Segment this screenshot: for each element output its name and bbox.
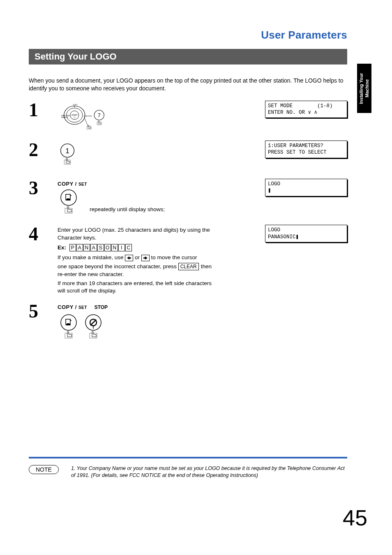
note-label: NOTE bbox=[29, 465, 59, 474]
svg-line-10 bbox=[84, 117, 89, 127]
svg-marker-22 bbox=[145, 256, 148, 260]
lcd-line: LOGO bbox=[268, 181, 280, 187]
example-row: Ex: PANASONIC bbox=[58, 244, 212, 251]
lcd-line: SET MODE (1-8) bbox=[268, 103, 333, 109]
character-key: N bbox=[111, 244, 118, 251]
step-5: 5 COPY / SET STOP bbox=[29, 302, 347, 342]
svg-marker-20 bbox=[127, 256, 129, 260]
step-number: 4 bbox=[29, 225, 58, 295]
lcd-display-3: LOGO ❚ bbox=[265, 179, 347, 217]
step-3-body: COPY / SET repeatedly until display show… bbox=[58, 179, 212, 217]
copy-set-label: COPY / SET bbox=[58, 304, 87, 310]
keypad-7-label: 7 bbox=[98, 112, 101, 118]
svg-text:O.H.D.: O.H.D. bbox=[73, 104, 78, 106]
stop-label: STOP bbox=[95, 304, 108, 310]
lcd-line: PRESS SET TO SELECT bbox=[268, 150, 327, 155]
left-arrow-key-icon bbox=[125, 255, 133, 261]
svg-text:◇: ◇ bbox=[74, 116, 75, 118]
svg-text:1: 1 bbox=[65, 147, 69, 155]
lcd-display-4: LOGO PANASONIC❚ bbox=[265, 225, 347, 295]
intro-text: When you send a document, your LOGO appe… bbox=[29, 77, 347, 92]
lcd-line: 1:USER PARAMETERS? bbox=[268, 143, 323, 149]
section-heading: Setting Your LOGO bbox=[29, 49, 347, 64]
step-2-body: 1 bbox=[58, 140, 212, 171]
character-key: N bbox=[83, 244, 90, 251]
character-key: P bbox=[69, 244, 76, 251]
step-4-text4: If more than 19 characters are entered, … bbox=[58, 280, 212, 295]
copy-set-button-icon bbox=[58, 188, 80, 217]
lcd-line: LOGO bbox=[268, 227, 280, 233]
lcd-display-2: 1:USER PARAMETERS? PRESS SET TO SELECT bbox=[265, 140, 347, 171]
character-key: C bbox=[125, 244, 132, 251]
character-key: A bbox=[90, 244, 97, 251]
character-key: O bbox=[104, 244, 111, 251]
keypad-1-icon: 1 bbox=[58, 142, 77, 169]
svg-point-8 bbox=[74, 106, 75, 107]
page-content: User Parameters Setting Your LOGO When y… bbox=[29, 29, 347, 522]
note-text: 1. Your Company Name or your name must b… bbox=[71, 465, 347, 479]
steps-list: 1 START ◇ DIRECTORY SEARCH FUNCTION O.H.… bbox=[29, 101, 347, 350]
function-dial-icon: START ◇ DIRECTORY SEARCH FUNCTION O.H.D.… bbox=[58, 102, 107, 131]
step-3: 3 COPY / SET repeatedly until display sh… bbox=[29, 179, 347, 217]
step-number: 1 bbox=[29, 101, 58, 133]
character-key: I bbox=[118, 244, 125, 251]
svg-rect-23 bbox=[143, 257, 145, 258]
step-2: 2 1 1:USER PARAMETERS? PRESS SET TO SELE… bbox=[29, 140, 347, 171]
lcd-display-1: SET MODE (1-8) ENTER NO. OR ∨ ∧ bbox=[265, 101, 347, 133]
step-4-body: Enter your LOGO (max. 25 characters and … bbox=[58, 225, 212, 295]
step-5-body: COPY / SET STOP bbox=[58, 302, 212, 342]
note-divider bbox=[29, 457, 347, 458]
step-4-text3: one space beyond the incorrect character… bbox=[58, 263, 212, 278]
step-3-trail: repeatedly until display shows; bbox=[90, 206, 165, 217]
step-number: 3 bbox=[29, 179, 58, 217]
page-number: 45 bbox=[343, 505, 367, 530]
lcd-line: ❚ bbox=[268, 188, 271, 193]
step-4: 4 Enter your LOGO (max. 25 characters an… bbox=[29, 225, 347, 295]
clear-key: CLEAR bbox=[178, 263, 199, 270]
svg-text:SEARCH: SEARCH bbox=[61, 117, 68, 118]
stop-button-icon bbox=[82, 313, 104, 342]
step-1-body: START ◇ DIRECTORY SEARCH FUNCTION O.H.D.… bbox=[58, 101, 212, 133]
svg-rect-21 bbox=[129, 257, 131, 258]
copy-set-button-icon bbox=[58, 313, 80, 342]
note-section: NOTE 1. Your Company Name or your name m… bbox=[29, 457, 347, 479]
step-4-text2: If you make a mistake, use or to move th… bbox=[58, 254, 212, 261]
character-key: S bbox=[97, 244, 104, 251]
svg-point-17 bbox=[61, 190, 76, 205]
step-number: 5 bbox=[29, 302, 58, 342]
character-key: A bbox=[76, 244, 83, 251]
step-4-text1: Enter your LOGO (max. 25 characters and … bbox=[58, 226, 212, 241]
svg-text:FUNCTION: FUNCTION bbox=[84, 115, 92, 117]
step-1: 1 START ◇ DIRECTORY SEARCH FUNCTION O.H.… bbox=[29, 101, 347, 133]
side-tab: Installing Your Machine bbox=[357, 64, 371, 113]
lcd-line: ENTER NO. OR ∨ ∧ bbox=[268, 110, 317, 115]
page-title: User Parameters bbox=[29, 29, 347, 41]
lcd-line: PANASONIC❚ bbox=[268, 234, 299, 240]
svg-point-24 bbox=[61, 315, 76, 330]
svg-text:DIRECTORY: DIRECTORY bbox=[61, 115, 70, 116]
ex-label: Ex: bbox=[58, 244, 66, 251]
step-number: 2 bbox=[29, 140, 58, 171]
copy-set-label: COPY / SET bbox=[58, 181, 87, 187]
right-arrow-key-icon bbox=[141, 255, 150, 261]
